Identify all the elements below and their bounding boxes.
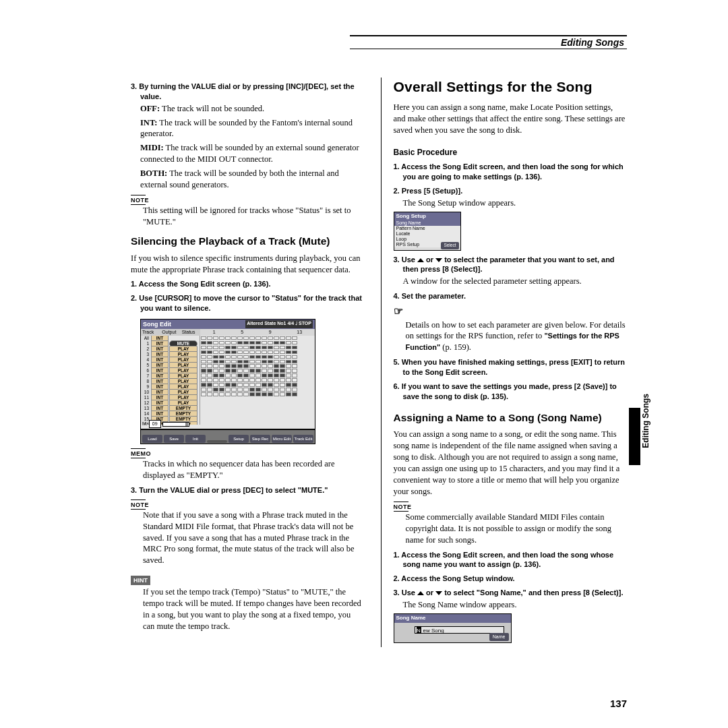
def-int: INT: The track will be sounded by the Fa… xyxy=(140,117,365,140)
heading-overall: Overall Settings for the Song xyxy=(394,78,628,96)
heading-assign-name: Assigning a Name to a Song (Song Name) xyxy=(394,411,628,425)
reference-icon: ☞ xyxy=(394,304,628,319)
assign-step-3-result: The Song Name window appears. xyxy=(403,599,628,611)
heading-basic-procedure: Basic Procedure xyxy=(394,147,628,158)
note-save-smf: Note that if you save a song with a Phra… xyxy=(143,510,365,566)
overall-intro: Here you can assign a song name, make Lo… xyxy=(394,102,628,136)
note-icon: NOTE xyxy=(131,196,365,204)
basic-step-6: 6. If you want to save the settings you … xyxy=(394,382,628,402)
mute-intro: If you wish to silence specific instrume… xyxy=(131,253,365,276)
basic-step-1: 1. Access the Song Edit screen, and then… xyxy=(394,162,628,182)
side-tab-label: Editing Songs xyxy=(640,394,651,468)
assign-step-3: 3. Use or to select "Song Name," and the… xyxy=(394,588,628,598)
page-number: 137 xyxy=(610,697,627,710)
left-column: 3. By turning the VALUE dial or by press… xyxy=(131,78,365,647)
right-column: Overall Settings for the Song Here you c… xyxy=(381,78,628,647)
basic-step-5: 5. When you have finished making setting… xyxy=(394,357,628,377)
figure-song-edit: Song EditAltered State No1 4/4 ♩ STOP Tr… xyxy=(140,319,315,444)
basic-step-2: 2. Press [5 (Setup)]. xyxy=(394,186,628,196)
side-tab-block xyxy=(629,408,640,465)
mute-step-1: 1. Access the Song Edit screen (p. 136). xyxy=(131,279,365,289)
mute-step-2: 2. Use [CURSOR] to move the cursor to "S… xyxy=(131,293,365,313)
up-arrow-icon xyxy=(417,258,424,262)
memo-empty-tracks: Tracks in which no sequencer data has be… xyxy=(143,458,365,481)
def-midi: MIDI: The track will be sounded by an ex… xyxy=(140,142,365,165)
def-off: OFF: The track will not be sounded. xyxy=(140,103,365,115)
basic-step-3: 3. Use or to select the parameter that y… xyxy=(394,255,628,275)
assign-intro: You can assign a song name to a song, or… xyxy=(394,429,628,497)
assign-step-2: 2. Access the Song Setup window. xyxy=(394,574,628,584)
basic-step-2-result: The Song Setup window appears. xyxy=(403,198,628,209)
memo-icon: MEMO xyxy=(131,450,365,458)
basic-step-3-result: A window for the selected parameter sett… xyxy=(403,276,628,287)
step-set-value: 3. By turning the VALUE dial or by press… xyxy=(131,82,365,102)
up-arrow-icon xyxy=(417,591,424,595)
figure-song-name: Song Name N ew Song Name xyxy=(394,613,512,643)
down-arrow-icon xyxy=(435,591,442,595)
heading-mute: Silencing the Playback of a Track (Mute) xyxy=(131,235,365,249)
note-copyright: Some commercially available Standard MID… xyxy=(406,512,628,546)
page-header: Editing Songs xyxy=(350,35,627,49)
hint-tempo-mute: If you set the tempo track (Tempo) "Stat… xyxy=(143,586,365,632)
hint-icon: HINT xyxy=(131,576,150,585)
header-section-title: Editing Songs xyxy=(561,36,624,49)
assign-step-1: 1. Access the Song Edit screen, and then… xyxy=(394,550,628,570)
note-icon-2: NOTE xyxy=(131,501,365,509)
def-both: BOTH: The track will be sounded by both … xyxy=(140,168,365,191)
figure-song-setup: Song Setup Song NamePattern NameLocateLo… xyxy=(394,212,461,251)
note-icon-3: NOTE xyxy=(394,503,628,511)
reference-rps: Details on how to set each parameter are… xyxy=(406,320,628,354)
down-arrow-icon xyxy=(435,258,442,262)
note-status-mute: This setting will be ignored for tracks … xyxy=(143,205,365,228)
mute-step-3: 3. Turn the VALUE dial or press [DEC] to… xyxy=(131,485,365,495)
basic-step-4: 4. Set the parameter. xyxy=(394,291,628,301)
